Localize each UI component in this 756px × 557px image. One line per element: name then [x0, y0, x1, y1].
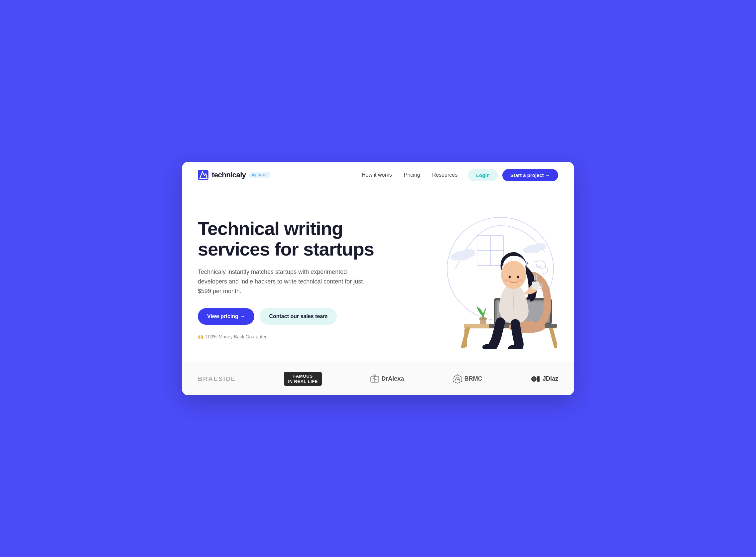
hero-subtitle: Technicaly instantly matches startups wi… [198, 267, 364, 296]
nav-pricing[interactable]: Pricing [404, 172, 420, 178]
brmc-icon [452, 374, 463, 384]
navbar: technicaly by REEL How it works Pricing … [182, 162, 574, 189]
hero-buttons: View pricing → Contact our sales team [198, 308, 383, 325]
nav-links: How it works Pricing Resources [362, 172, 458, 178]
hero-svg: ✦ [397, 209, 557, 349]
main-window: technicaly by REEL How it works Pricing … [182, 162, 574, 395]
hero-content: Technical writing services for startups … [198, 218, 396, 340]
svg-point-11 [534, 243, 546, 250]
hero-title: Technical writing services for startups [198, 218, 383, 259]
guarantee-text: 🙌 100% Money Back Guarantee [198, 334, 383, 340]
jdiaz-icon [531, 374, 541, 384]
svg-point-9 [450, 254, 461, 261]
dralexa-icon [370, 374, 379, 384]
svg-rect-46 [537, 376, 540, 382]
contact-sales-button[interactable]: Contact our sales team [260, 308, 337, 325]
guarantee-emoji: 🙌 [198, 334, 203, 340]
brand-dralexa: DrAlexa [370, 374, 404, 384]
svg-point-12 [523, 247, 533, 253]
logos-bar: BRAESIDE FAMOUSIN REAL LIFE DrAlexa BRMC [182, 362, 574, 395]
guarantee-label: 100% Money Back Guarantee [206, 334, 267, 340]
brand-name: technicaly [212, 171, 246, 179]
view-pricing-button[interactable]: View pricing → [198, 308, 254, 325]
start-project-button[interactable]: Start a project → [502, 169, 558, 181]
nav-resources[interactable]: Resources [432, 172, 458, 178]
svg-point-33 [517, 275, 519, 278]
brand-badge: by REEL [249, 172, 270, 178]
svg-text:✦: ✦ [525, 261, 529, 266]
hero-illustration: ✦ [396, 209, 558, 349]
nav-how-it-works[interactable]: How it works [362, 172, 392, 178]
svg-point-32 [509, 275, 511, 278]
login-button[interactable]: Login [468, 169, 498, 181]
nav-actions: Login Start a project → [468, 169, 558, 181]
brand-jdiaz: JDiaz [531, 374, 558, 384]
brand-braeside: BRAESIDE [198, 375, 236, 383]
hero-section: Technical writing services for startups … [182, 189, 574, 362]
logo-icon [198, 170, 209, 180]
svg-point-45 [532, 377, 536, 381]
svg-point-29 [501, 261, 526, 289]
brand-famous-in-real-life: FAMOUSIN REAL LIFE [284, 372, 322, 386]
svg-point-34 [504, 279, 510, 282]
svg-point-35 [517, 279, 523, 282]
logo-area: technicaly by REEL [198, 170, 270, 180]
svg-rect-36 [532, 282, 539, 290]
svg-point-8 [462, 249, 475, 258]
brand-brmc: BRMC [452, 374, 482, 384]
